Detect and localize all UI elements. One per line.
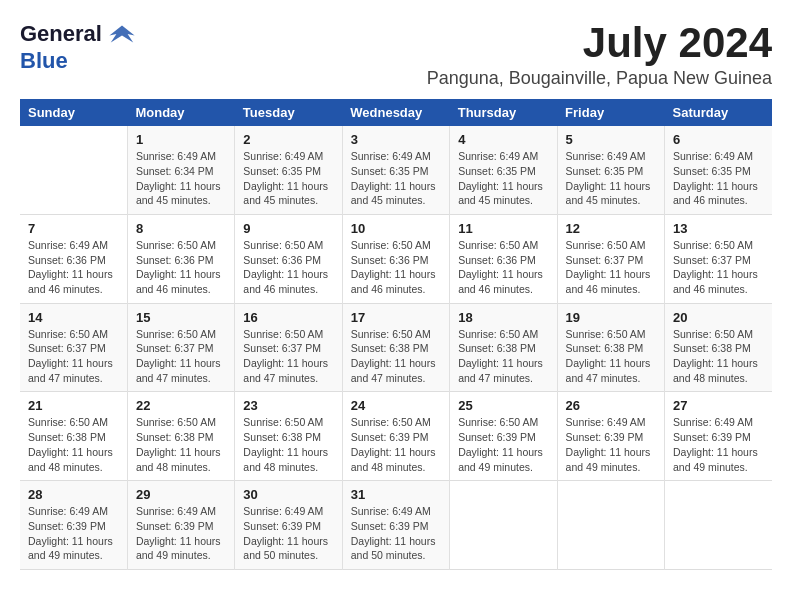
logo-blue-text: Blue: [20, 48, 68, 73]
calendar-cell: 20Sunrise: 6:50 AM Sunset: 6:38 PM Dayli…: [665, 303, 772, 392]
calendar-week-row: 28Sunrise: 6:49 AM Sunset: 6:39 PM Dayli…: [20, 481, 772, 570]
calendar-day-header: Tuesday: [235, 99, 342, 126]
day-number: 20: [673, 310, 764, 325]
calendar-week-row: 7Sunrise: 6:49 AM Sunset: 6:36 PM Daylig…: [20, 214, 772, 303]
calendar-cell: [450, 481, 557, 570]
calendar-cell: 16Sunrise: 6:50 AM Sunset: 6:37 PM Dayli…: [235, 303, 342, 392]
calendar-cell: 27Sunrise: 6:49 AM Sunset: 6:39 PM Dayli…: [665, 392, 772, 481]
day-number: 10: [351, 221, 441, 236]
calendar-header-row: SundayMondayTuesdayWednesdayThursdayFrid…: [20, 99, 772, 126]
day-info: Sunrise: 6:50 AM Sunset: 6:36 PM Dayligh…: [458, 238, 548, 297]
logo: General Blue: [20, 20, 136, 74]
page-header: General Blue July 2024 Panguna, Bougainv…: [20, 20, 772, 89]
calendar-cell: 10Sunrise: 6:50 AM Sunset: 6:36 PM Dayli…: [342, 214, 449, 303]
day-info: Sunrise: 6:50 AM Sunset: 6:38 PM Dayligh…: [673, 327, 764, 386]
calendar-table: SundayMondayTuesdayWednesdayThursdayFrid…: [20, 99, 772, 570]
day-info: Sunrise: 6:50 AM Sunset: 6:37 PM Dayligh…: [566, 238, 656, 297]
day-number: 2: [243, 132, 333, 147]
day-info: Sunrise: 6:49 AM Sunset: 6:36 PM Dayligh…: [28, 238, 119, 297]
day-info: Sunrise: 6:50 AM Sunset: 6:36 PM Dayligh…: [243, 238, 333, 297]
calendar-cell: 13Sunrise: 6:50 AM Sunset: 6:37 PM Dayli…: [665, 214, 772, 303]
calendar-day-header: Wednesday: [342, 99, 449, 126]
title-block: July 2024 Panguna, Bougainville, Papua N…: [427, 20, 772, 89]
calendar-cell: 18Sunrise: 6:50 AM Sunset: 6:38 PM Dayli…: [450, 303, 557, 392]
logo-bird-icon: [108, 20, 136, 48]
day-number: 21: [28, 398, 119, 413]
calendar-cell: [557, 481, 664, 570]
calendar-cell: 29Sunrise: 6:49 AM Sunset: 6:39 PM Dayli…: [127, 481, 234, 570]
calendar-day-header: Sunday: [20, 99, 127, 126]
day-info: Sunrise: 6:49 AM Sunset: 6:39 PM Dayligh…: [351, 504, 441, 563]
day-info: Sunrise: 6:50 AM Sunset: 6:36 PM Dayligh…: [136, 238, 226, 297]
calendar-cell: 19Sunrise: 6:50 AM Sunset: 6:38 PM Dayli…: [557, 303, 664, 392]
day-info: Sunrise: 6:49 AM Sunset: 6:35 PM Dayligh…: [351, 149, 441, 208]
day-info: Sunrise: 6:49 AM Sunset: 6:39 PM Dayligh…: [136, 504, 226, 563]
day-number: 27: [673, 398, 764, 413]
calendar-cell: 4Sunrise: 6:49 AM Sunset: 6:35 PM Daylig…: [450, 126, 557, 214]
calendar-cell: 12Sunrise: 6:50 AM Sunset: 6:37 PM Dayli…: [557, 214, 664, 303]
day-number: 30: [243, 487, 333, 502]
calendar-cell: 2Sunrise: 6:49 AM Sunset: 6:35 PM Daylig…: [235, 126, 342, 214]
day-info: Sunrise: 6:50 AM Sunset: 6:37 PM Dayligh…: [243, 327, 333, 386]
day-number: 3: [351, 132, 441, 147]
day-info: Sunrise: 6:49 AM Sunset: 6:35 PM Dayligh…: [243, 149, 333, 208]
day-number: 1: [136, 132, 226, 147]
logo-general-text: General: [20, 21, 102, 47]
calendar-week-row: 21Sunrise: 6:50 AM Sunset: 6:38 PM Dayli…: [20, 392, 772, 481]
calendar-cell: 24Sunrise: 6:50 AM Sunset: 6:39 PM Dayli…: [342, 392, 449, 481]
calendar-cell: 31Sunrise: 6:49 AM Sunset: 6:39 PM Dayli…: [342, 481, 449, 570]
day-number: 18: [458, 310, 548, 325]
calendar-cell: 14Sunrise: 6:50 AM Sunset: 6:37 PM Dayli…: [20, 303, 127, 392]
day-info: Sunrise: 6:50 AM Sunset: 6:39 PM Dayligh…: [351, 415, 441, 474]
calendar-cell: 9Sunrise: 6:50 AM Sunset: 6:36 PM Daylig…: [235, 214, 342, 303]
day-number: 19: [566, 310, 656, 325]
calendar-day-header: Saturday: [665, 99, 772, 126]
calendar-day-header: Friday: [557, 99, 664, 126]
calendar-cell: 26Sunrise: 6:49 AM Sunset: 6:39 PM Dayli…: [557, 392, 664, 481]
calendar-cell: 23Sunrise: 6:50 AM Sunset: 6:38 PM Dayli…: [235, 392, 342, 481]
calendar-cell: 17Sunrise: 6:50 AM Sunset: 6:38 PM Dayli…: [342, 303, 449, 392]
day-number: 26: [566, 398, 656, 413]
month-year-title: July 2024: [427, 20, 772, 66]
day-info: Sunrise: 6:49 AM Sunset: 6:35 PM Dayligh…: [566, 149, 656, 208]
day-info: Sunrise: 6:50 AM Sunset: 6:38 PM Dayligh…: [351, 327, 441, 386]
calendar-cell: 22Sunrise: 6:50 AM Sunset: 6:38 PM Dayli…: [127, 392, 234, 481]
calendar-day-header: Monday: [127, 99, 234, 126]
calendar-cell: 5Sunrise: 6:49 AM Sunset: 6:35 PM Daylig…: [557, 126, 664, 214]
day-info: Sunrise: 6:50 AM Sunset: 6:38 PM Dayligh…: [566, 327, 656, 386]
day-number: 13: [673, 221, 764, 236]
day-number: 24: [351, 398, 441, 413]
calendar-cell: 21Sunrise: 6:50 AM Sunset: 6:38 PM Dayli…: [20, 392, 127, 481]
calendar-cell: 15Sunrise: 6:50 AM Sunset: 6:37 PM Dayli…: [127, 303, 234, 392]
day-info: Sunrise: 6:49 AM Sunset: 6:34 PM Dayligh…: [136, 149, 226, 208]
day-info: Sunrise: 6:50 AM Sunset: 6:38 PM Dayligh…: [136, 415, 226, 474]
day-info: Sunrise: 6:49 AM Sunset: 6:39 PM Dayligh…: [673, 415, 764, 474]
day-info: Sunrise: 6:50 AM Sunset: 6:38 PM Dayligh…: [458, 327, 548, 386]
day-number: 31: [351, 487, 441, 502]
day-number: 28: [28, 487, 119, 502]
day-info: Sunrise: 6:50 AM Sunset: 6:38 PM Dayligh…: [28, 415, 119, 474]
day-number: 11: [458, 221, 548, 236]
calendar-week-row: 1Sunrise: 6:49 AM Sunset: 6:34 PM Daylig…: [20, 126, 772, 214]
day-number: 23: [243, 398, 333, 413]
day-info: Sunrise: 6:50 AM Sunset: 6:38 PM Dayligh…: [243, 415, 333, 474]
calendar-cell: 30Sunrise: 6:49 AM Sunset: 6:39 PM Dayli…: [235, 481, 342, 570]
day-number: 29: [136, 487, 226, 502]
day-number: 17: [351, 310, 441, 325]
calendar-cell: 3Sunrise: 6:49 AM Sunset: 6:35 PM Daylig…: [342, 126, 449, 214]
day-number: 4: [458, 132, 548, 147]
calendar-cell: 11Sunrise: 6:50 AM Sunset: 6:36 PM Dayli…: [450, 214, 557, 303]
day-info: Sunrise: 6:49 AM Sunset: 6:39 PM Dayligh…: [566, 415, 656, 474]
calendar-week-row: 14Sunrise: 6:50 AM Sunset: 6:37 PM Dayli…: [20, 303, 772, 392]
day-number: 25: [458, 398, 548, 413]
day-number: 12: [566, 221, 656, 236]
calendar-cell: 1Sunrise: 6:49 AM Sunset: 6:34 PM Daylig…: [127, 126, 234, 214]
day-info: Sunrise: 6:49 AM Sunset: 6:35 PM Dayligh…: [673, 149, 764, 208]
day-number: 9: [243, 221, 333, 236]
day-info: Sunrise: 6:49 AM Sunset: 6:39 PM Dayligh…: [243, 504, 333, 563]
day-number: 7: [28, 221, 119, 236]
calendar-cell: [665, 481, 772, 570]
calendar-cell: [20, 126, 127, 214]
day-info: Sunrise: 6:50 AM Sunset: 6:37 PM Dayligh…: [673, 238, 764, 297]
day-info: Sunrise: 6:50 AM Sunset: 6:36 PM Dayligh…: [351, 238, 441, 297]
